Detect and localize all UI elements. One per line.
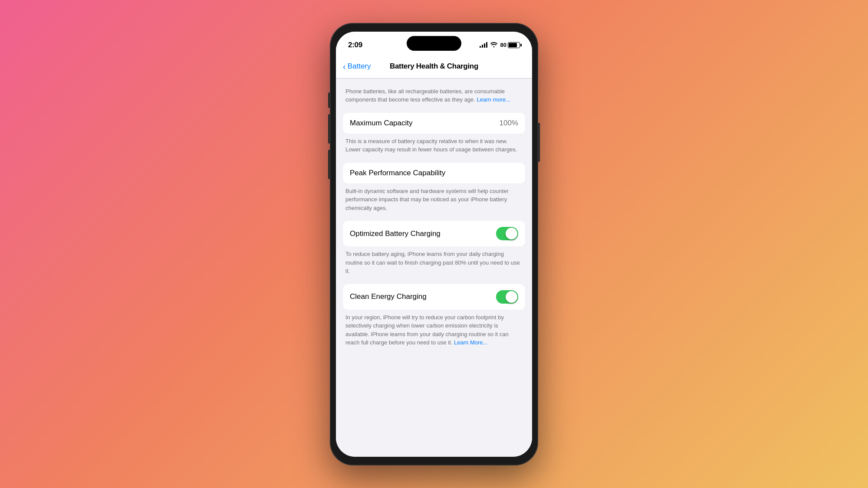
battery-status: 80 [500,42,520,48]
status-time: 2:09 [348,41,362,49]
clean-energy-learn-more-link[interactable]: Learn More... [454,339,487,346]
intro-learn-more-link[interactable]: Learn more... [477,96,510,103]
phone-screen: 2:09 80 [336,32,532,457]
toggle-thumb [506,228,517,239]
maximum-capacity-card: Maximum Capacity 100% [343,113,525,134]
optimized-charging-toggle[interactable] [496,227,518,240]
back-label: Battery [348,62,371,71]
maximum-capacity-description: This is a measure of battery capacity re… [343,137,525,154]
clean-energy-label: Clean Energy Charging [350,292,427,301]
dynamic-island [407,36,461,51]
toggle-thumb-clean [506,291,517,303]
maximum-capacity-label: Maximum Capacity [350,119,413,128]
optimized-charging-label: Optimized Battery Charging [350,229,441,238]
power-button[interactable] [538,123,540,162]
optimized-charging-row: Optimized Battery Charging [343,221,525,246]
peak-performance-label: Peak Performance Capability [343,163,525,183]
battery-icon [508,42,520,48]
navigation-bar: ‹ Battery Battery Health & Charging [336,55,532,79]
page-title: Battery Health & Charging [382,62,486,71]
status-bar: 2:09 80 [336,32,532,55]
peak-performance-description: Built-in dynamic software and hardware s… [343,187,525,213]
battery-percent-label: 80 [500,42,506,48]
volume-up-button[interactable] [328,114,330,144]
peak-performance-card: Peak Performance Capability [343,163,525,183]
maximum-capacity-value: 100% [500,119,518,128]
clean-energy-description: In your region, iPhone will try to reduc… [343,313,525,347]
clean-energy-toggle[interactable] [496,290,518,304]
volume-down-button[interactable] [328,150,330,179]
back-chevron-icon: ‹ [343,62,346,71]
settings-content: Phone batteries, like all rechargeable b… [336,79,532,457]
optimized-charging-description: To reduce battery aging, iPhone learns f… [343,250,525,275]
status-icons: 80 [480,42,520,49]
phone-device: 2:09 80 [330,23,538,465]
signal-icon [480,42,487,48]
maximum-capacity-row: Maximum Capacity 100% [343,113,525,134]
wifi-icon [490,42,497,49]
back-button[interactable]: ‹ Battery [343,62,382,71]
clean-energy-card: Clean Energy Charging [343,284,525,310]
optimized-charging-card: Optimized Battery Charging [343,221,525,246]
intro-paragraph: Phone batteries, like all rechargeable b… [343,87,525,104]
clean-energy-row: Clean Energy Charging [343,284,525,310]
